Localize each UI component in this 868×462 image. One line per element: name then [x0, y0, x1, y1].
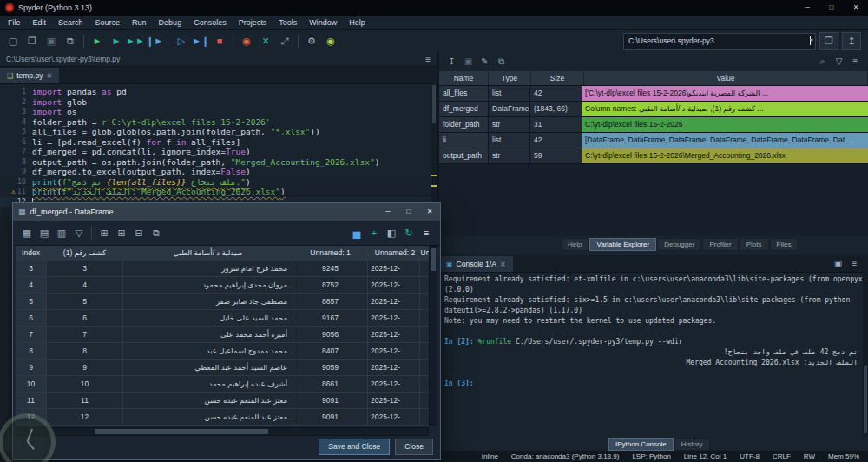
run-cell-icon[interactable]: ►	[107, 32, 126, 50]
code-line[interactable]: 2import glob	[0, 97, 431, 108]
dataframe-row[interactable]: 77أميرة أحمد محمد على90562025-12-	[16, 327, 431, 343]
dataframe-row[interactable]: 1010أشرف عبده إبراهيم محمد86612025-12-	[16, 376, 431, 393]
scrollbar-thumb[interactable]	[864, 366, 867, 433]
dataframe-column-header[interactable]: Unnamed: 2	[368, 246, 420, 261]
close-dialog-button[interactable]: Close	[395, 439, 433, 455]
menu-source[interactable]: Source	[89, 16, 127, 29]
format-icon[interactable]: ▦	[18, 224, 36, 241]
import-data-icon[interactable]: ↧	[444, 54, 460, 69]
console-output[interactable]: Requirement already satisfied: et-xmlfil…	[439, 272, 863, 437]
debug-file-icon[interactable]: ▷	[172, 32, 191, 50]
menu-help[interactable]: Help	[343, 16, 372, 29]
console-tab-history[interactable]: History	[674, 438, 710, 451]
save-data-as-icon[interactable]: ✎	[477, 54, 493, 69]
resize-rows-icon[interactable]: ▤	[36, 224, 53, 241]
console-environment-icon[interactable]: ▣	[830, 256, 846, 272]
pane-tab-profiler[interactable]: Profiler	[702, 238, 738, 251]
background-color-icon[interactable]: ◧	[383, 224, 400, 241]
console-options-icon[interactable]: ≡	[846, 256, 863, 272]
browse-directory-icon[interactable]: ❒	[819, 32, 838, 50]
dataframe-row[interactable]: 44مروان مجدى إبراهيم محمود87522025-12-	[16, 277, 431, 294]
dialog-title-bar[interactable]: ▦ df_merged - DataFrame ─ □ ✕	[13, 203, 440, 221]
scrollbar-thumb[interactable]	[95, 429, 268, 434]
run-file-icon[interactable]: ►	[88, 32, 107, 50]
stop-icon[interactable]: ■	[210, 32, 229, 50]
search-icon[interactable]: ⌕	[814, 54, 831, 69]
code-line[interactable]: 6li = [pd.read_excel(f) for f in all_fil…	[0, 137, 431, 148]
menu-projects[interactable]: Projects	[233, 16, 273, 29]
dataframe-column-header[interactable]: صيدلية د /أسامة الطبي	[123, 246, 293, 261]
run-cell-advance-icon[interactable]: ►►	[126, 32, 145, 50]
restart-kernel-icon[interactable]: ◉	[237, 32, 256, 50]
column-header-name[interactable]: Name	[439, 71, 489, 85]
dataframe-column-header[interactable]: كشف رقم (1)	[47, 246, 123, 261]
editor-options-icon[interactable]: ≡	[425, 55, 431, 64]
dialog-horizontal-scrollbar[interactable]	[16, 427, 429, 436]
dialog-close-button[interactable]: ✕	[419, 203, 440, 221]
pane-tab-files[interactable]: Files	[770, 238, 799, 251]
options-icon[interactable]: ≡	[847, 54, 864, 69]
dataframe-row[interactable]: 66محمد السيد على خليل91672025-12-	[16, 310, 431, 327]
variable-row[interactable]: folder_pathstr31C:\yt-dlp\excel files 15…	[439, 117, 868, 133]
scrollbar-thumb[interactable]	[431, 248, 436, 271]
column-header-value[interactable]: Value	[584, 71, 868, 85]
open-file-icon[interactable]: ❐	[23, 32, 42, 50]
dialog-vertical-scrollbar[interactable]	[429, 246, 437, 426]
variable-row[interactable]: df_mergedDataFrame(1843, 66)Column names…	[439, 102, 868, 117]
maximize-pane-icon[interactable]: ⤢	[275, 32, 294, 50]
minimize-button[interactable]: ─	[795, 0, 819, 16]
code-line[interactable]: 8output_path = os.path.join(folder_path,…	[0, 157, 431, 168]
variable-row[interactable]: output_pathstr59C:\yt-dlp\excel files 15…	[439, 148, 868, 164]
column-header-size[interactable]: Size	[531, 71, 584, 85]
completion-plugin-icon[interactable]: ◉	[321, 32, 340, 50]
insert-row-above-icon[interactable]: ⊞	[95, 224, 113, 241]
variable-row[interactable]: lilist42[DataFrame, DataFrame, DataFrame…	[439, 133, 868, 148]
code-line[interactable]: 5all_files = glob.glob(os.path.join(fold…	[0, 127, 431, 137]
menu-window[interactable]: Window	[303, 16, 343, 29]
console-tab-ipython-console[interactable]: IPython Console	[608, 438, 674, 451]
code-line[interactable]: 10print(f"تم دمج {len(all_files)} ملف بن…	[0, 177, 431, 188]
pane-tab-plots[interactable]: Plots	[740, 238, 769, 251]
resize-icon[interactable]: +	[365, 224, 383, 241]
dataframe-row[interactable]: 99عاصم السيد أحمد عبد المعطي90592025-12-	[16, 360, 431, 376]
tab-temp-py[interactable]: ❏ temp.py ✕	[0, 68, 59, 83]
save-and-close-button[interactable]: Save and Close	[319, 439, 390, 455]
menu-run[interactable]: Run	[126, 16, 153, 29]
resize-columns-icon[interactable]: ▥	[53, 224, 70, 241]
new-file-icon[interactable]: ▢	[3, 32, 23, 50]
pane-tab-help[interactable]: Help	[561, 238, 589, 251]
column-header-type[interactable]: Type	[489, 71, 531, 85]
code-line[interactable]: 3import os	[0, 107, 431, 117]
working-directory-combo[interactable]: C:\Users\user\.spyder-py3 ▾	[623, 33, 816, 50]
code-line[interactable]: ⚠11print(f"الملف الجديد: Merged_Accounti…	[0, 187, 431, 197]
duplicate-row-icon[interactable]: ⧉	[148, 224, 165, 241]
variable-row[interactable]: all_fileslist42['C:\yt-dlp\excel files 1…	[439, 86, 868, 102]
close-tab-icon[interactable]: ✕	[46, 72, 52, 80]
save-file-icon[interactable]: ▣	[42, 32, 61, 50]
filter-icon[interactable]: ▽	[831, 54, 847, 69]
save-data-icon[interactable]: ▣	[460, 54, 477, 69]
menu-search[interactable]: Search	[52, 16, 89, 29]
dataframe-row[interactable]: 1212معتز عبد المنعم عبده حسن90912025-12-	[16, 409, 431, 426]
scrollbar-thumb[interactable]	[432, 85, 436, 123]
code-line[interactable]: 7df_merged = pd.concat(li, ignore_index=…	[0, 147, 431, 157]
run-selection-icon[interactable]: ❙►	[145, 32, 164, 50]
menu-debug[interactable]: Debug	[153, 16, 188, 29]
dataframe-row[interactable]: 88محمد ممدوح اسماعيل عبد84072025-12-	[16, 343, 431, 360]
copy-data-icon[interactable]: ⧉	[493, 54, 510, 69]
console-scrollbar[interactable]	[863, 272, 868, 437]
histogram-icon[interactable]: ▅	[348, 224, 365, 241]
pane-tab-debugger[interactable]: Debugger	[657, 238, 701, 251]
maximize-button[interactable]: □	[819, 0, 844, 16]
close-console-icon[interactable]: ✕	[500, 261, 506, 268]
dataframe-column-header[interactable]: Index	[16, 246, 47, 261]
debug-cell-icon[interactable]: ►❙	[191, 32, 210, 50]
code-line[interactable]: 9df_merged.to_excel(output_path, index=F…	[0, 167, 431, 177]
tab-console-1a[interactable]: ▣ Console 1/A ✕	[439, 256, 513, 272]
dataframe-column-header[interactable]: Unnamed: 1	[293, 246, 368, 261]
dialog-minimize-button[interactable]: ─	[378, 203, 398, 221]
insert-row-below-icon[interactable]: ⊞	[113, 224, 130, 241]
preferences-icon[interactable]: ⚙	[302, 32, 321, 50]
parent-directory-icon[interactable]: ↥	[842, 32, 861, 50]
dialog-options-icon[interactable]: ≡	[418, 224, 435, 241]
